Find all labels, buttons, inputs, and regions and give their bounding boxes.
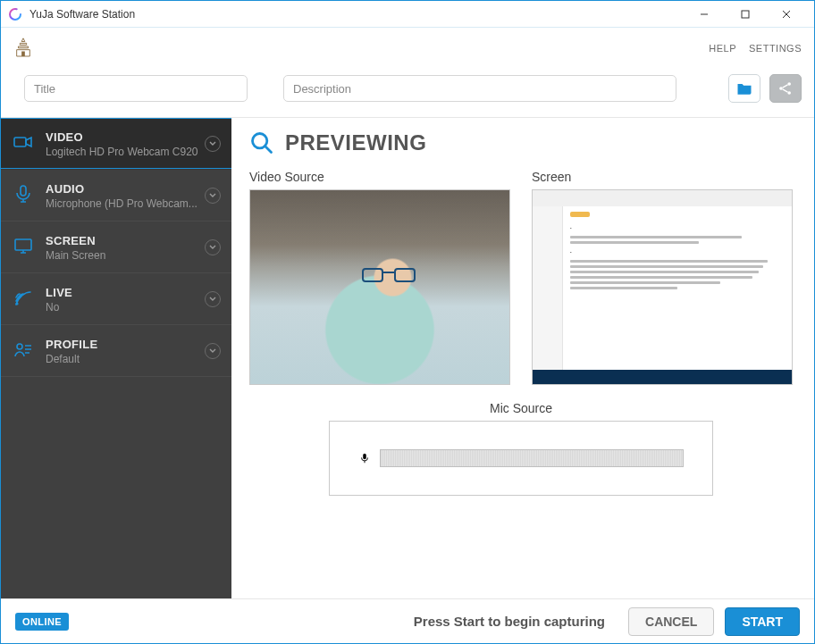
svg-point-10 — [17, 344, 22, 349]
description-input[interactable] — [283, 75, 676, 102]
magnifier-icon — [249, 130, 274, 155]
chevron-down-icon[interactable] — [205, 291, 221, 307]
svg-point-0 — [10, 9, 21, 20]
mic-source-preview — [329, 421, 713, 496]
sidebar-item-video[interactable]: VIDEO Logitech HD Pro Webcam C920 — [1, 118, 231, 170]
footer-hint: Press Start to begin capturing — [414, 614, 605, 629]
app-footer: ONLINE Press Start to begin capturing CA… — [1, 598, 814, 643]
sidebar-item-audio[interactable]: AUDIO Microphone (HD Pro Webcam... — [1, 170, 231, 222]
organization-logo-icon — [13, 37, 33, 60]
app-window: YuJa Software Station HELP SETTINGS — [0, 0, 815, 644]
settings-link[interactable]: SETTINGS — [749, 43, 802, 54]
webcam-subject-placeholder — [362, 268, 416, 284]
sidebar-item-sub: No — [46, 301, 219, 314]
svg-point-3 — [779, 87, 783, 90]
start-button-label: START — [742, 615, 783, 629]
video-source-label: Video Source — [249, 170, 510, 184]
mic-icon — [358, 452, 371, 464]
mic-level-meter — [380, 449, 684, 467]
svg-rect-6 — [14, 138, 26, 146]
folder-button[interactable] — [728, 74, 760, 103]
screen-preview-column: Screen · · — [532, 170, 793, 385]
preview-grid: Video Source Screen · — [249, 170, 793, 385]
chevron-down-icon[interactable] — [205, 188, 221, 204]
svg-rect-8 — [15, 239, 31, 250]
sidebar-item-label: SCREEN — [46, 234, 219, 247]
screen-preview: · · — [532, 189, 793, 385]
sidebar-item-label: PROFILE — [46, 338, 219, 351]
preview-heading: PREVIEWING — [285, 130, 426, 155]
maximize-button[interactable] — [725, 1, 766, 28]
preview-header: PREVIEWING — [249, 130, 793, 155]
microphone-icon — [12, 182, 35, 205]
video-preview-column: Video Source — [249, 170, 510, 385]
preview-panel: PREVIEWING Video Source Screen — [231, 118, 814, 598]
sidebar-item-profile[interactable]: PROFILE Default — [1, 325, 231, 377]
broadcast-icon — [12, 286, 35, 309]
chevron-down-icon[interactable] — [205, 136, 221, 152]
svg-point-9 — [15, 302, 18, 305]
sidebar-item-sub: Logitech HD Pro Webcam C920 — [46, 146, 219, 158]
title-input[interactable] — [24, 75, 248, 102]
cancel-button-label: CANCEL — [645, 615, 697, 629]
cancel-button[interactable]: CANCEL — [628, 607, 714, 636]
minimize-button[interactable] — [684, 1, 725, 28]
window-title: YuJa Software Station — [29, 8, 135, 21]
sidebar-item-label: LIVE — [46, 286, 219, 299]
sidebar-item-sub: Microphone (HD Pro Webcam... — [46, 197, 219, 210]
title-bar: YuJa Software Station — [1, 1, 814, 28]
app-body: VIDEO Logitech HD Pro Webcam C920 AUDIO … — [1, 117, 814, 598]
monitor-icon — [12, 234, 35, 257]
svg-rect-12 — [363, 454, 366, 459]
source-sidebar: VIDEO Logitech HD Pro Webcam C920 AUDIO … — [1, 118, 231, 598]
app-header: HELP SETTINGS — [1, 28, 814, 69]
svg-rect-1 — [742, 11, 749, 18]
share-button[interactable] — [769, 74, 802, 103]
video-source-preview — [249, 189, 510, 385]
mic-source-label: Mic Source — [490, 401, 552, 415]
status-badge: ONLINE — [15, 613, 69, 631]
video-camera-icon — [12, 130, 35, 154]
sidebar-item-sub: Default — [46, 353, 219, 365]
sidebar-item-label: AUDIO — [46, 182, 219, 196]
svg-point-4 — [787, 82, 791, 86]
svg-point-5 — [787, 91, 791, 95]
metadata-row — [1, 69, 814, 117]
profile-icon — [12, 338, 35, 361]
sidebar-item-live[interactable]: LIVE No — [1, 273, 231, 325]
screen-label: Screen — [532, 170, 793, 184]
svg-rect-2 — [21, 51, 25, 55]
mic-preview-area: Mic Source — [249, 401, 793, 496]
help-link[interactable]: HELP — [709, 43, 736, 54]
chevron-down-icon[interactable] — [205, 343, 221, 359]
svg-rect-7 — [21, 186, 26, 196]
sidebar-item-label: VIDEO — [46, 130, 219, 144]
app-logo-icon — [8, 7, 22, 21]
close-button[interactable] — [766, 1, 807, 28]
sidebar-item-sub: Main Screen — [46, 249, 219, 262]
start-button[interactable]: START — [725, 607, 800, 636]
chevron-down-icon[interactable] — [205, 239, 221, 255]
sidebar-item-screen[interactable]: SCREEN Main Screen — [1, 222, 231, 273]
